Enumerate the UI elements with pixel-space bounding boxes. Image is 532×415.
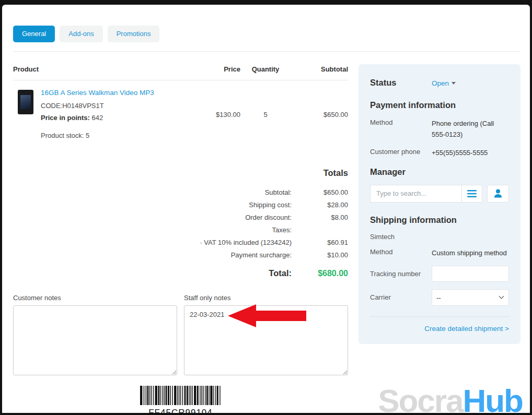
table-header-row: Product Price Quantity Subtotal	[13, 65, 348, 80]
create-shipment-link[interactable]: Create detailed shipment >	[370, 325, 509, 333]
shipping-method-row: Method Custom shipping method	[370, 247, 509, 258]
tracking-number-row: Tracking number	[370, 266, 509, 282]
totals-panel: Totals Subtotal: $650.00 Shipping cost: …	[176, 168, 348, 278]
product-thumbnail	[18, 90, 33, 114]
staff-notes-textarea[interactable]: 22-03-2021	[184, 305, 348, 375]
manager-search	[370, 185, 509, 203]
manager-heading: Manager	[370, 167, 509, 177]
socrahub-watermark: SocraHub	[378, 385, 523, 413]
shipping-info-heading: Shipping information	[370, 215, 509, 225]
barcode-block: FF45CR99104	[13, 386, 348, 413]
column-header-subtotal: Subtotal	[291, 65, 348, 73]
totals-row-discount: Order discount: $8.00	[176, 211, 348, 224]
barcode-text: FF45CR99104	[13, 408, 348, 413]
totals-label: Shipping cost:	[176, 199, 292, 211]
staff-notes-block: Staff only notes 22-03-2021	[184, 294, 348, 377]
status-label: Status	[370, 78, 432, 88]
tab-bar: General Add-ons Promotions	[13, 26, 521, 42]
carrier-label: Carrier	[370, 289, 432, 306]
carrier-row: Carrier --	[370, 289, 509, 306]
tab-general[interactable]: General	[13, 26, 55, 42]
totals-label: Payment surcharge:	[176, 249, 292, 262]
total-label: Total:	[176, 268, 292, 278]
points-label: Price in points:	[41, 114, 90, 122]
tab-add-ons[interactable]: Add-ons	[60, 26, 102, 42]
customer-notes-label: Customer notes	[13, 294, 177, 302]
shipping-method-label: Method	[370, 247, 432, 258]
total-row: Total: $680.00	[176, 268, 348, 278]
column-header-quantity: Quantity	[240, 65, 291, 73]
customer-phone-label: Customer phone	[370, 147, 432, 158]
totals-value: $10.00	[292, 249, 348, 262]
staff-notes-label: Staff only notes	[184, 294, 348, 302]
payment-method-value: Phone ordering (Call 555-0123)	[432, 118, 509, 140]
screenshot-frame: General Add-ons Promotions Product Price…	[0, 0, 532, 415]
tracking-number-label: Tracking number	[370, 266, 432, 282]
totals-row-surcharge: Payment surcharge: $10.00	[176, 249, 348, 262]
totals-label: Subtotal:	[176, 186, 292, 199]
manager-search-input[interactable]	[370, 185, 461, 203]
product-price: $130.00	[190, 88, 240, 141]
product-points: Price in points: 642	[41, 113, 154, 123]
points-value: 642	[92, 114, 103, 122]
table-row: 16GB A Series Walkman Video MP3 CODE:H01…	[13, 80, 348, 141]
manager-list-button[interactable]	[461, 185, 482, 203]
payment-method-label: Method	[370, 118, 432, 140]
watermark-part2: Hub	[462, 383, 523, 413]
totals-label: Taxes:	[176, 224, 292, 236]
status-dropdown[interactable]: Open	[432, 79, 456, 87]
order-sidebar: Status Open Payment information Method P…	[358, 64, 521, 345]
totals-value: $8.00	[292, 211, 348, 224]
payment-info-heading: Payment information	[370, 100, 509, 110]
totals-row-vat: · VAT 10% included (1234242) $60.91	[176, 236, 348, 249]
customer-phone-value: +55(55)5555-5555	[432, 147, 509, 158]
watermark-part1: Socra	[378, 383, 462, 413]
product-stock: Product stock: 5	[41, 131, 154, 141]
totals-value: $28.00	[292, 199, 348, 211]
status-row: Status Open	[370, 78, 509, 88]
sidebar-divider	[370, 316, 509, 317]
order-page: General Add-ons Promotions Product Price…	[2, 5, 530, 413]
total-value: $680.00	[292, 269, 348, 278]
totals-row-subtotal: Subtotal: $650.00	[176, 186, 348, 199]
customer-notes-block: Customer notes	[13, 294, 177, 377]
notes-section: Customer notes Staff only notes 22-03-20…	[13, 294, 348, 377]
customer-phone-row: Customer phone +55(55)5555-5555	[370, 147, 509, 158]
hamburger-icon	[467, 190, 477, 197]
product-title-link[interactable]: 16GB A Series Walkman Video MP3	[41, 88, 154, 99]
order-items-table: Product Price Quantity Subtotal 16GB A S…	[13, 65, 348, 141]
person-icon	[494, 189, 502, 198]
shipping-company: Simtech	[370, 233, 509, 241]
totals-value: $60.91	[292, 236, 348, 249]
totals-value: $650.00	[292, 186, 348, 199]
product-subtotal: $650.00	[291, 88, 348, 141]
totals-row-shipping: Shipping cost: $28.00	[176, 199, 348, 211]
product-code: CODE:H0148VPS1T	[41, 101, 154, 111]
status-value: Open	[432, 79, 449, 87]
barcode-image	[140, 386, 222, 405]
totals-row-taxes: Taxes:	[176, 224, 348, 236]
product-quantity: 5	[240, 88, 291, 141]
payment-method-row: Method Phone ordering (Call 555-0123)	[370, 118, 509, 140]
chevron-down-icon	[452, 82, 456, 85]
column-header-price: Price	[190, 65, 240, 73]
tab-promotions[interactable]: Promotions	[108, 26, 160, 42]
thumbnail-screen	[20, 95, 31, 109]
totals-label: · VAT 10% included (1234242)	[176, 236, 292, 249]
carrier-select[interactable]: --	[432, 289, 509, 306]
customer-notes-textarea[interactable]	[13, 305, 177, 375]
shipping-method-value: Custom shipping method	[432, 247, 509, 258]
totals-value	[292, 224, 348, 236]
totals-label: Order discount:	[176, 211, 292, 224]
tracking-number-input[interactable]	[432, 266, 509, 282]
assign-me-button[interactable]	[487, 185, 509, 203]
totals-heading: Totals	[176, 168, 348, 178]
column-header-product: Product	[13, 65, 190, 73]
